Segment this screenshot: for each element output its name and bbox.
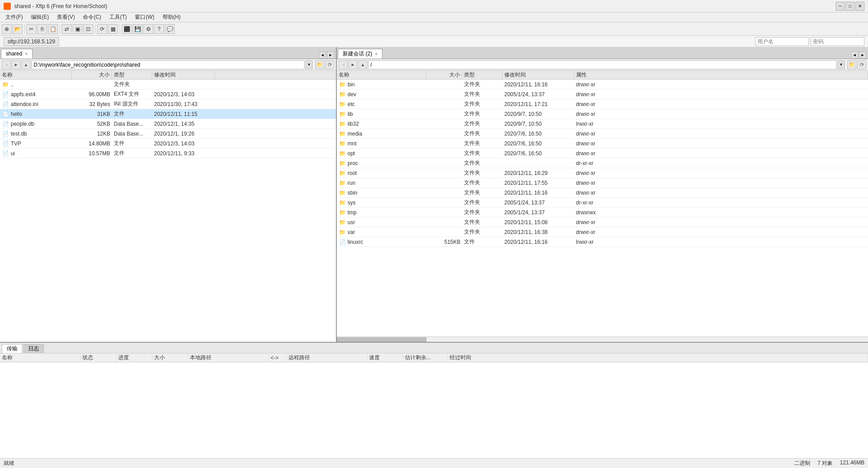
right-path-input[interactable] (368, 60, 837, 69)
maximize-button[interactable]: □ (846, 2, 855, 11)
right-file-row[interactable]: 📁 dev 文件夹 2005/1/24, 13:37 drwxr-xr (337, 89, 868, 99)
toolbar-stop[interactable]: ⬛ (122, 24, 132, 34)
left-tab-shared[interactable]: shared × (1, 49, 33, 59)
left-tab-nav: ◄ ► (319, 51, 336, 59)
right-scroll-thumb[interactable] (337, 337, 426, 342)
toolbar-btn4[interactable]: 💾 (133, 24, 142, 34)
connection-protocol-label: sftp://192.168.5.129 (4, 37, 59, 46)
left-file-row[interactable]: 📄 attendce.ini 32 Bytes INI 源文件 2020/11/… (0, 99, 336, 109)
right-tab-new-session[interactable]: 新建会话 (2) × (338, 49, 382, 59)
toolbar-btn1[interactable]: ▣ (73, 24, 82, 34)
bottom-tab-strip: 传输 日志 (0, 343, 868, 353)
right-file-row[interactable]: 📁 proc 文件夹 dr-xr-xr (337, 158, 868, 168)
right-refresh-btn[interactable]: ⟳ (857, 60, 866, 69)
toolbar-paste[interactable]: 📋 (48, 24, 58, 34)
bottom-tab-transfer[interactable]: 传输 (2, 344, 22, 353)
right-tab-nav-right[interactable]: ► (859, 51, 866, 59)
right-col-size[interactable]: 大小 (426, 71, 462, 79)
right-file-row[interactable]: 📁 lib32 文件夹 2020/9/7, 10:50 lrwxr-xr (337, 119, 868, 129)
left-file-row[interactable]: 📄 TVP 14.80MB 文件 2020/12/3, 14:03 (0, 139, 336, 149)
toolbar-help[interactable]: ? (154, 24, 164, 34)
right-file-row[interactable]: 📁 lib 文件夹 2020/9/7, 10:50 drwxr-xr (337, 109, 868, 119)
toolbar-sync[interactable]: ⟳ (97, 24, 107, 34)
bottom-tab-log[interactable]: 日志 (23, 344, 44, 353)
right-file-row[interactable]: 📁 usr 文件夹 2020/12/11, 15:08 drwxr-xr (337, 217, 868, 227)
toolbar-chat[interactable]: 💬 (165, 24, 175, 34)
right-path-dropdown[interactable]: ▼ (838, 60, 845, 69)
left-file-row[interactable]: 📄 hello 31KB 文件 2020/12/11, 11:15 (0, 109, 336, 119)
right-col-name[interactable]: 名称 (337, 71, 426, 79)
right-file-size: 515KB (426, 239, 462, 245)
left-col-name[interactable]: 名称 (0, 71, 72, 79)
title-bar: shared - Xftp 6 (Free for Home/School) ─… (0, 0, 868, 13)
right-file-modified: 2005/1/24, 13:37 (503, 91, 574, 98)
left-col-modified[interactable]: 修改时间 (152, 71, 215, 79)
right-file-row[interactable]: 📁 media 文件夹 2020/7/6, 16:50 drwxr-xr (337, 129, 868, 139)
username-input[interactable] (755, 37, 809, 46)
right-file-row[interactable]: 📁 mnt 文件夹 2020/7/6, 16:50 drwxr-xr (337, 139, 868, 149)
left-refresh-btn[interactable]: ⟳ (325, 60, 334, 69)
left-file-row[interactable]: 📄 test.db 12KB Data Base... 2020/12/1, 1… (0, 129, 336, 139)
right-file-row[interactable]: 📁 bin 文件夹 2020/12/11, 16:16 drwxr-xr (337, 80, 868, 89)
right-horizontal-scrollbar[interactable] (337, 336, 868, 342)
left-tab-nav-left[interactable]: ◄ (319, 51, 326, 59)
menu-window[interactable]: 窗口(W) (131, 13, 158, 22)
left-back-btn[interactable]: ◄ (2, 60, 11, 69)
bottom-section: 传输 日志 名称 状态 进度 大小 本地路径 <-> 远程路径 速度 估计剩余.… (0, 342, 868, 458)
left-tab-nav-right[interactable]: ► (327, 51, 334, 59)
right-up-btn[interactable]: ▲ (358, 60, 367, 69)
toolbar-btn2[interactable]: ⊡ (83, 24, 93, 34)
right-file-row[interactable]: 📁 sbin 文件夹 2020/12/11, 16:16 drwxr-xr (337, 188, 868, 198)
right-file-attr: lrwxr-xr (574, 121, 868, 127)
connection-fields (755, 37, 864, 46)
window-controls[interactable]: ─ □ ✕ (836, 2, 864, 11)
menu-help[interactable]: 帮助(H) (159, 13, 185, 22)
minimize-button[interactable]: ─ (836, 2, 845, 11)
toolbar-cut[interactable]: ✂ (26, 24, 36, 34)
right-file-attr: lrwxr-xr (574, 239, 868, 245)
menu-edit[interactable]: 编辑(E) (27, 13, 52, 22)
toolbar-copy[interactable]: ⎘ (37, 24, 47, 34)
left-path-input[interactable] (31, 60, 305, 69)
menu-command[interactable]: 命令(C) (79, 13, 105, 22)
toolbar-new-session[interactable]: ⊕ (2, 24, 12, 34)
right-file-row[interactable]: 📁 opt 文件夹 2020/7/6, 16:50 drwxr-xr (337, 149, 868, 158)
left-path-dropdown[interactable]: ▼ (305, 60, 313, 69)
menu-file[interactable]: 文件(F) (2, 13, 26, 22)
right-col-attr[interactable]: 属性 (574, 71, 868, 79)
right-file-row[interactable]: 📁 var 文件夹 2020/12/11, 16:38 drwxr-xr (337, 227, 868, 237)
left-file-row[interactable]: 📄 ui 10.57MB 文件 2020/12/11, 9:33 (0, 149, 336, 158)
left-file-row[interactable]: 📄 people.db 52KB Data Base... 2020/12/1,… (0, 119, 336, 129)
left-tab-close[interactable]: × (25, 51, 28, 56)
right-mkdir-btn[interactable]: 📁 (847, 60, 856, 69)
left-mkdir-btn[interactable]: 📁 (315, 60, 324, 69)
left-forward-btn[interactable]: ► (12, 60, 21, 69)
right-back-btn[interactable]: ◄ (339, 60, 348, 69)
left-file-row[interactable]: 📁 .. 文件夹 (0, 80, 336, 89)
menu-tools[interactable]: 工具(T) (106, 13, 130, 22)
right-file-row[interactable]: 📁 root 文件夹 2020/12/11, 16:29 drwxr-xr (337, 168, 868, 178)
right-col-modified[interactable]: 修改时间 (503, 71, 574, 79)
left-col-size[interactable]: 大小 (72, 71, 112, 79)
left-col-type[interactable]: 类型 (112, 71, 152, 79)
toolbar-open[interactable]: 📂 (13, 24, 22, 34)
right-file-row[interactable]: 📁 etc 文件夹 2020/12/11, 17:21 drwxr-xr (337, 99, 868, 109)
left-up-btn[interactable]: ▲ (21, 60, 30, 69)
right-file-row[interactable]: 📁 tmp 文件夹 2005/1/24, 13:37 drwxrwx (337, 208, 868, 217)
toolbar-transfer[interactable]: ⇄ (62, 24, 72, 34)
bottom-col-status: 状态 (81, 353, 116, 362)
right-tab-close[interactable]: × (375, 51, 378, 56)
close-button[interactable]: ✕ (855, 2, 864, 11)
right-col-type[interactable]: 类型 (462, 71, 503, 79)
right-file-type: 文件夹 (462, 100, 503, 108)
menu-view[interactable]: 查看(V) (53, 13, 78, 22)
left-file-row[interactable]: 📄 appfs.ext4 96.00MB EXT4 文件 2020/12/3, … (0, 89, 336, 99)
right-file-row[interactable]: 📁 sys 文件夹 2005/1/24, 13:37 dr-xr-xr (337, 198, 868, 208)
right-forward-btn[interactable]: ► (348, 60, 357, 69)
password-input[interactable] (811, 37, 864, 46)
right-file-row[interactable]: 📁 run 文件夹 2020/12/11, 17:55 drwxr-xr (337, 178, 868, 188)
toolbar-settings[interactable]: ⚙ (143, 24, 153, 34)
toolbar-btn3[interactable]: ▦ (108, 24, 118, 34)
right-tab-nav-left[interactable]: ◄ (851, 51, 858, 59)
right-file-row[interactable]: 📄 linuxrc 515KB 文件 2020/12/11, 16:16 lrw… (337, 237, 868, 247)
